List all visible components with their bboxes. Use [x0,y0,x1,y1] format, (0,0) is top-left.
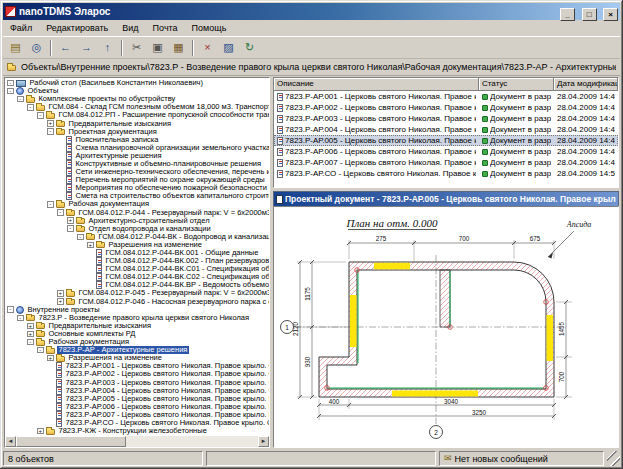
scroll-thumb[interactable] [16,436,126,447]
new-object-icon[interactable]: ▤ [5,38,26,57]
tree-item[interactable]: Архитектурные решения [5,152,269,160]
back-icon[interactable]: ← [55,38,76,57]
expand-box-icon[interactable]: + [37,428,44,435]
tree-item[interactable]: ГСМ.084.012.Р-044-ВК.С02 - Спецификация … [5,273,269,281]
tree-item[interactable]: +Предварительные изыскания [5,119,269,127]
refresh-icon[interactable]: ↻ [239,38,260,57]
tree-item[interactable]: -7823.Р - Возведение правого крыла церкв… [5,314,269,322]
close-button[interactable]: × [603,8,618,21]
scroll-track[interactable] [126,436,258,447]
scroll-right-icon[interactable]: ► [258,436,269,447]
tree-item[interactable]: -ГСМ.084.012.Р-044-ВК - Водопровод и кан… [5,233,269,241]
menu-item-4[interactable]: Помощь [185,22,234,34]
tree-item[interactable]: 7823.Р-АР.007 - Церковь святого Николая.… [5,411,269,419]
paste-icon[interactable]: ▦ [168,38,189,57]
expand-box-icon[interactable]: + [87,242,94,249]
delete-icon[interactable]: × [197,38,218,57]
expand-box-icon[interactable]: + [57,298,64,305]
tree-item[interactable]: Мероприятия по обеспечению пожарной безо… [5,184,269,192]
maximize-button[interactable]: □ [582,8,597,21]
resize-grip[interactable] [607,451,620,466]
tree-item[interactable]: ГСМ.084.012.Р-044-ВК.ВР - Ведомость объе… [5,281,269,289]
document-row[interactable]: 7823.Р-АР.004 - Церковь святого Николая.… [274,124,618,135]
tree-item[interactable]: -Внутренние проекты [5,306,269,314]
minimize-button[interactable]: _ [560,8,575,21]
tree-item[interactable]: +Основные комплекты РД [5,330,269,338]
collapse-box-icon[interactable]: - [7,88,14,95]
tree-item[interactable]: Пояснительная записка [5,136,269,144]
tree-item[interactable]: -ГСМ.084.012.Р-044 - Резервуарный парк: … [5,209,269,217]
menu-item-1[interactable]: Редактировать [39,22,115,34]
collapse-box-icon[interactable]: - [77,234,84,241]
column-header-description[interactable]: Описание [274,78,479,91]
column-header-status[interactable]: Статус [479,78,554,91]
tree-item[interactable]: +7823.Р-КЖ - Конструкции железобетонные [5,427,269,435]
tree-item[interactable]: -7823.Р-АР - Архитектурные решения [5,346,269,354]
forward-icon[interactable]: → [76,38,97,57]
scroll-left-icon[interactable]: ◄ [5,436,16,447]
collapse-box-icon[interactable]: - [7,80,14,87]
menu-item-2[interactable]: Вид [115,22,145,34]
document-row[interactable]: 7823.Р-АР.СО - Церковь святого Николая. … [274,168,618,179]
tree-item[interactable]: -ГСМ.084.012.РП - Расширение пропускной … [5,111,269,119]
tree-item[interactable]: 7823.Р-АР.004 - Церковь святого Николая.… [5,387,269,395]
expand-box-icon[interactable]: + [47,355,54,362]
expand-box-icon[interactable]: + [57,290,64,297]
column-header-date[interactable]: Дата модификации [554,78,618,91]
tree-item[interactable]: +Предварительные изыскания [5,322,269,330]
collapse-box-icon[interactable]: - [37,112,44,119]
tree-item[interactable]: 7823.Р-АР.001 - Церковь святого Николая.… [5,362,269,370]
collapse-box-icon[interactable]: - [57,209,64,216]
tree-item[interactable]: Схема планировочной организации земельно… [5,144,269,152]
tree-item[interactable]: +ГСМ.084.012.Р-046 - Насосная резервуарн… [5,298,269,306]
tree-item[interactable]: Смета на строительство объектов капиталь… [5,192,269,200]
up-level-icon[interactable]: ↑ [97,38,118,57]
collapse-box-icon[interactable]: - [47,128,54,135]
tree-item[interactable]: 7823.Р-АР.003 - Церковь святого Николая.… [5,378,269,386]
search-icon[interactable]: ◎ [26,38,47,57]
tree-item[interactable]: +Разрешения на изменение [5,241,269,249]
tree-item[interactable]: ГСМ.084.012.Р-044-ВК.С01 - Спецификация … [5,265,269,273]
tree-item[interactable]: +Разрешения на изменение [5,354,269,362]
tree-item[interactable]: 7823.Р-АР.СО - Церковь святого Николая. … [5,419,269,427]
tree-item[interactable]: -Отдел водопровода и канализации [5,225,269,233]
tree-item[interactable]: -Комплексные проекты по обустройству [5,95,269,103]
collapse-box-icon[interactable]: - [7,306,14,313]
document-row[interactable]: 7823.Р-АР.005 - Церковь святого Николая.… [274,135,618,146]
collapse-box-icon[interactable]: - [47,201,54,208]
collapse-box-icon[interactable]: - [37,347,44,354]
tree-item[interactable]: -Рабочий стол (Васильев Константин Никол… [5,79,269,87]
collapse-box-icon[interactable]: - [27,104,34,111]
document-row[interactable]: 7823.Р-АР.007 - Церковь святого Николая.… [274,157,618,168]
collapse-box-icon[interactable]: - [17,315,24,322]
expand-box-icon[interactable]: + [27,331,34,338]
document-row[interactable]: 7823.Р-АР.001 - Церковь святого Николая.… [274,91,618,102]
collapse-box-icon[interactable]: - [67,225,74,232]
tree-item[interactable]: +Архитектурно-строительный отдел [5,217,269,225]
document-row[interactable]: 7823.Р-АР.002 - Церковь святого Николая.… [274,102,618,113]
tree-item[interactable]: +ГСМ.084.012.Р-045 - Резервуарный парк: … [5,289,269,297]
tree-item[interactable]: -Объекты [5,87,269,95]
collapse-box-icon[interactable]: - [27,339,34,346]
tree-item[interactable]: -ГСМ.084 - Склад ГСМ полезным объемом 18… [5,103,269,111]
collapse-box-icon[interactable]: - [17,96,24,103]
tree-item[interactable]: -Проектная документация [5,128,269,136]
menu-item-0[interactable]: Файл [3,22,39,34]
tree-item[interactable]: Конструктивные и объемно-планировочные р… [5,160,269,168]
tree-horizontal-scrollbar[interactable]: ◄ ► [5,436,269,447]
tree-item[interactable]: -Рабочая документация [5,200,269,208]
tree-item[interactable]: 7823.Р-АР.006 - Церковь святого Николая.… [5,403,269,411]
document-row[interactable]: 7823.Р-АР.006 - Церковь святого Николая.… [274,146,618,157]
tree-item[interactable]: ГСМ.084.012.Р-044-ВК.001 - Общие данные [5,249,269,257]
expand-box-icon[interactable]: + [27,323,34,330]
expand-box-icon[interactable]: + [67,217,74,224]
menu-item-3[interactable]: Почта [146,22,185,34]
tree-item[interactable]: Сети инженерно-технического обеспечения,… [5,168,269,176]
expand-box-icon[interactable]: + [47,120,54,127]
tree-item[interactable]: -Рабочая документация [5,338,269,346]
document-row[interactable]: 7823.Р-АР.003 - Церковь святого Николая.… [274,113,618,124]
tree-item[interactable]: ГСМ.084.012.Р-044-ВК.002 - План резервуа… [5,257,269,265]
cut-icon[interactable]: ✂ [126,38,147,57]
tree-item[interactable]: Перечень мероприятий по охране окружающе… [5,176,269,184]
tree-item[interactable]: 7823.Р-АР.005 - Церковь святого Николая.… [5,395,269,403]
